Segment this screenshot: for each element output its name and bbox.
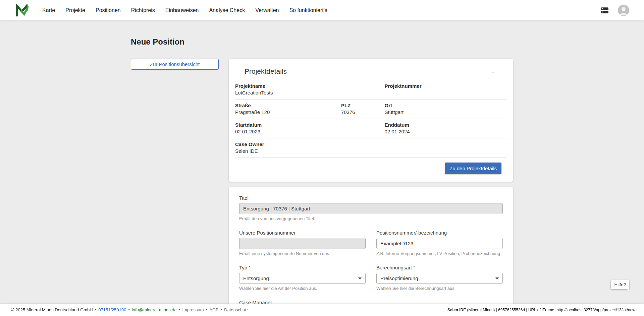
strasse-value: Pragstraße 120 [235, 109, 341, 115]
plz-label: PLZ [341, 103, 385, 108]
positionsnummer-group: Positionsnummer/-bezeichnung Z.B. Intern… [376, 230, 503, 256]
berechnungsart-required-asterisk: * [413, 265, 415, 270]
nav-item-einbauweisen[interactable]: Einbauweisen [161, 5, 203, 16]
main-content: Neue Position Zur Positionsübersicht Pro… [0, 20, 644, 316]
footer-separator: • [206, 307, 208, 312]
berechnungsart-label-text: Berechnungsart [376, 265, 412, 270]
ort-label: Ort [384, 103, 507, 108]
positionsnummer-label: Positionsnummer/-bezeichnung [376, 230, 503, 236]
titel-helper: Erhält den von uns vorgegebenen Titel. [239, 216, 503, 221]
unsere-positionsnummer-label: Unsere Positionsnummer [239, 230, 366, 236]
table-row: Startdatum 02.01.2023 Enddatum 02.01.202… [235, 119, 507, 138]
typ-label-text: Typ [239, 265, 247, 270]
server-icon[interactable] [600, 6, 609, 15]
projektnummer-value: - [384, 90, 507, 96]
nav-right-actions [600, 5, 629, 16]
positionsnummer-input[interactable] [376, 238, 503, 249]
enddatum-label: Enddatum [384, 122, 507, 128]
nav-item-positionen[interactable]: Positionen [92, 5, 125, 16]
nav-item-so-funktionierts[interactable]: So funktioniert's [285, 5, 331, 16]
typ-required-asterisk: * [249, 265, 250, 270]
positionsnummer-helper: Z.B. Interne-Vorgangsnummer, LV-Position… [376, 251, 503, 256]
title-divider [131, 51, 513, 51]
footer-phone-link[interactable]: 07151/250100 [98, 307, 126, 312]
footer-copyright: © 2025 Mineral Minds Deutschland GmbH [11, 307, 93, 312]
strasse-label: Straße [235, 103, 341, 108]
footer-impressum-link[interactable]: Impressum [182, 307, 204, 312]
table-row: Projektname LotCreationTests Projektnumm… [235, 80, 507, 99]
berechnungsart-helper: Wählen Sie hier die Berechnungsart aus. [376, 286, 503, 291]
berechnungsart-label: Berechnungsart * [376, 265, 503, 270]
typ-group: Typ * Entsorgung Wählen Sie hier die Art… [239, 265, 366, 291]
user-avatar[interactable] [618, 5, 629, 16]
projektname-label: Projektname [235, 83, 341, 89]
help-button[interactable]: Hilfe? [611, 280, 629, 289]
footer-separator: • [95, 307, 97, 312]
projektnummer-label: Projektnummer [384, 83, 507, 89]
project-details-card: Projektdetails – Projektname LotCreation… [229, 59, 513, 182]
collapse-button[interactable]: – [488, 67, 497, 76]
nav-item-richtpreis[interactable]: Richtpreis [127, 5, 159, 16]
typ-label: Typ * [239, 265, 366, 270]
project-details-table: Projektname LotCreationTests Projektnumm… [235, 80, 507, 158]
footer-separator: • [179, 307, 180, 312]
top-navigation: Karte Projekte Positionen Richtpreis Ein… [0, 0, 644, 20]
titel-input [239, 203, 503, 214]
project-details-button[interactable]: Zu den Projektdetails [445, 163, 501, 174]
left-column: Zur Positionsübersicht [131, 59, 219, 70]
startdatum-value: 02.01.2023 [235, 129, 341, 134]
unsere-positionsnummer-group: Unsere Positionsnummer Erhält eine syste… [239, 230, 366, 256]
unsere-positionsnummer-input [239, 238, 366, 249]
footer-datenschutz-link[interactable]: Datenschutz [224, 307, 248, 312]
chevron-down-icon [358, 277, 362, 279]
footer: © 2025 Mineral Minds Deutschland GmbH • … [0, 304, 644, 316]
chevron-down-icon [495, 277, 499, 279]
titel-label: Titel [239, 195, 503, 201]
table-row: Case Owner Selen IDE [235, 138, 507, 158]
footer-session-details: (Mineral Minds) | 69576255536d | URL of … [466, 308, 635, 312]
page-title: Neue Position [131, 37, 513, 47]
case-owner-value: Selen IDE [235, 148, 341, 154]
project-details-header: Projektdetails – [235, 67, 507, 76]
position-overview-button[interactable]: Zur Positionsübersicht [131, 59, 219, 70]
nav-item-projekte[interactable]: Projekte [61, 5, 89, 16]
titel-group: Titel Erhält den von uns vorgegebenen Ti… [239, 195, 503, 221]
startdatum-label: Startdatum [235, 122, 341, 128]
right-column: Projektdetails – Projektname LotCreation… [229, 59, 513, 316]
projektname-value: LotCreationTests [235, 90, 341, 96]
footer-agb-link[interactable]: AGB [209, 307, 218, 312]
table-row: Straße Pragstraße 120 PLZ 70376 Ort Stut… [235, 99, 507, 119]
plz-value: 70376 [341, 109, 385, 115]
berechnungsart-group: Berechnungsart * Preisoptimierung Wählen… [376, 265, 503, 291]
footer-left: © 2025 Mineral Minds Deutschland GmbH • … [11, 307, 249, 312]
logo-icon [15, 4, 29, 17]
project-details-actions: Zu den Projektdetails [235, 163, 501, 174]
footer-separator: • [221, 307, 222, 312]
project-details-title: Projektdetails [245, 67, 287, 75]
nav-item-verwalten[interactable]: Verwalten [251, 5, 283, 16]
footer-separator: • [128, 307, 130, 312]
case-owner-label: Case Owner [235, 141, 341, 147]
footer-user-name: Selen IDE [447, 308, 466, 312]
typ-select-value: Entsorgung [243, 275, 269, 281]
mineral-minds-logo[interactable] [15, 3, 29, 17]
person-icon [618, 5, 629, 16]
typ-select[interactable]: Entsorgung [239, 273, 366, 284]
nav-item-karte[interactable]: Karte [38, 5, 59, 16]
footer-session-info: Selen IDE (Mineral Minds) | 69576255536d… [447, 308, 635, 312]
position-form-card: Titel Erhält den von uns vorgegebenen Ti… [229, 187, 513, 316]
unsere-positionsnummer-helper: Erhält eine systemgenerierte Nummer von … [239, 251, 366, 256]
nav-item-analyse-check[interactable]: Analyse Check [205, 5, 249, 16]
berechnungsart-select-value: Preisoptimierung [380, 275, 418, 281]
typ-helper: Wählen Sie hier die Art der Position aus… [239, 286, 366, 291]
footer-email-link[interactable]: info@mineral-minds.de [132, 307, 177, 312]
enddatum-value: 02.01.2024 [384, 129, 507, 134]
berechnungsart-select[interactable]: Preisoptimierung [376, 273, 503, 284]
main-nav: Karte Projekte Positionen Richtpreis Ein… [38, 5, 331, 16]
ort-value: Stuttgart [384, 109, 507, 115]
